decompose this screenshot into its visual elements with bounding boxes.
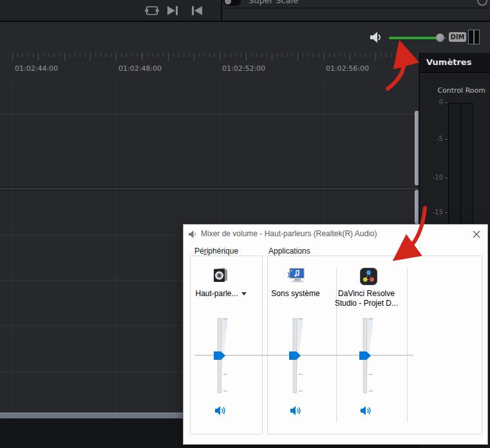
slider-tick	[223, 374, 227, 375]
timecode-label: 01:02:56:00	[326, 64, 369, 73]
toggle-knob-icon	[225, 0, 231, 5]
dim-button[interactable]: DIM	[449, 32, 466, 42]
track-divider	[0, 114, 420, 115]
system-sounds-icon	[285, 265, 306, 285]
loop-playback-icon[interactable]	[144, 5, 160, 16]
speaker-device-icon	[210, 265, 231, 285]
meter-scale-label: -10	[421, 174, 443, 181]
slider-level-line	[194, 355, 413, 356]
davinci-resolve-label: DaVinci Resolve Studio - Projet D...	[330, 289, 402, 308]
device-mute-button[interactable]	[214, 406, 227, 416]
panel-divider	[221, 0, 222, 21]
device-group-label: Périphérique	[192, 247, 241, 256]
slider-tick	[299, 319, 303, 319]
system-mute-button[interactable]	[290, 406, 303, 416]
device-label: Haut-parle...	[195, 289, 238, 298]
timecode-label: 01:02:48:00	[118, 64, 162, 73]
system-sounds-label: Sons système	[259, 289, 332, 299]
meters-toggle-icon[interactable]	[468, 30, 480, 44]
slider-tick	[223, 319, 227, 319]
volume-slider-thumb[interactable]	[436, 33, 444, 42]
davinci-mute-button[interactable]	[360, 406, 373, 416]
volume-mixer-dialog: Mixer de volume - Haut-parleurs (Realtek…	[183, 224, 488, 445]
dialog-speaker-icon	[188, 229, 198, 239]
meter-scale-label: -15	[421, 209, 443, 216]
label-text: iphérique	[207, 247, 238, 256]
previous-frame-icon[interactable]	[191, 5, 203, 16]
timecode-label: 01:02:52:00	[222, 64, 265, 73]
davinci-resolve-icon	[360, 268, 377, 285]
speaker-icon[interactable]	[370, 30, 384, 44]
slider-tick	[299, 391, 303, 391]
meter-scale-label: -5	[421, 135, 443, 142]
meter-bar-icon	[474, 30, 480, 44]
column-separator	[407, 268, 408, 422]
timecode-label: 01:02:44:00	[15, 64, 58, 73]
applications-group-label: Applications	[266, 247, 313, 256]
dropdown-arrow-icon	[241, 292, 247, 295]
device-selector[interactable]: Haut-parle...	[185, 289, 257, 299]
next-frame-icon[interactable]	[166, 5, 179, 16]
gridline	[116, 80, 117, 413]
label-text: Pé	[194, 247, 204, 256]
slider-tick	[299, 374, 303, 375]
vumeters-title: Vumètres	[426, 57, 471, 67]
divider	[222, 8, 490, 8]
slider-tick	[369, 391, 373, 391]
close-icon[interactable]	[469, 228, 484, 241]
video-audio-splitter[interactable]	[0, 187, 420, 191]
super-scale-label: Super Scale	[249, 0, 298, 5]
super-scale-toggle[interactable]	[223, 0, 241, 6]
header-strip: Super Scale	[0, 0, 490, 21]
slider-tick	[223, 391, 227, 391]
slider-tick	[369, 319, 373, 319]
meter-scale-label: 0	[421, 98, 443, 106]
slider-tick	[369, 374, 373, 375]
meter-bar-icon	[468, 30, 474, 44]
vumeters-header: Vumètres	[420, 53, 490, 73]
volume-fill	[389, 37, 443, 39]
screen: Super Scale DIM 01:02:44:00 01:02:48:00 …	[0, 0, 490, 448]
timeline-ruler[interactable]: 01:02:44:00 01:02:48:00 01:02:52:00 01:0…	[0, 53, 420, 80]
control-room-label: Control Room	[420, 86, 485, 95]
dialog-title: Mixer de volume - Haut-parleurs (Realtek…	[201, 229, 377, 238]
gridline	[12, 80, 13, 413]
